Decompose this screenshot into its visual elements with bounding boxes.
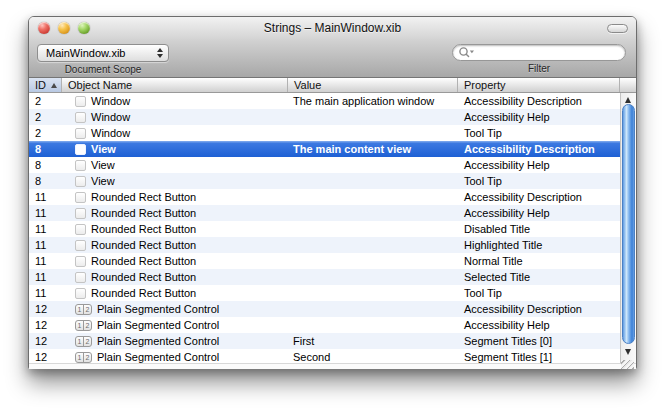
- cell-id: 11: [29, 285, 62, 301]
- column-header-property[interactable]: Property: [458, 78, 620, 92]
- cell-object-name: Rounded Rect Button: [62, 189, 288, 205]
- table-rows: 2 Window The main application window Acc…: [29, 93, 620, 363]
- table-row[interactable]: 12 12 Plain Segmented Control Second Seg…: [29, 349, 620, 363]
- cell-object-name: Rounded Rect Button: [62, 237, 288, 253]
- document-scope-group: MainWindow.xib Document Scope: [37, 44, 169, 75]
- cell-value: [288, 285, 458, 301]
- object-name-label: Rounded Rect Button: [91, 237, 196, 253]
- cell-object-name: 12 Plain Segmented Control: [62, 333, 288, 349]
- table-row[interactable]: 11 Rounded Rect Button Selected Title: [29, 269, 620, 285]
- title-bar[interactable]: Strings – MainWindow.xib: [29, 17, 636, 39]
- column-header-filler: [620, 78, 636, 92]
- filter-search-field[interactable]: [452, 44, 626, 61]
- cell-id: 8: [29, 173, 62, 189]
- table-row[interactable]: 11 Rounded Rect Button Normal Title: [29, 253, 620, 269]
- cell-property: Accessibility Description: [458, 301, 620, 317]
- cell-value: [288, 205, 458, 221]
- view-icon: [75, 144, 86, 155]
- resize-grip-icon[interactable]: [621, 360, 634, 369]
- cell-id: 2: [29, 93, 62, 109]
- scroll-up-arrow-icon[interactable]: [625, 97, 631, 103]
- cell-property: Accessibility Help: [458, 157, 620, 173]
- cell-value: [288, 109, 458, 125]
- document-scope-label: Document Scope: [37, 64, 169, 75]
- search-icon: [458, 46, 475, 59]
- cell-id: 12: [29, 333, 62, 349]
- cell-id: 12: [29, 317, 62, 333]
- cell-id: 11: [29, 237, 62, 253]
- cell-object-name: Rounded Rect Button: [62, 285, 288, 301]
- cell-value: [288, 157, 458, 173]
- cell-property: Accessibility Description: [458, 189, 620, 205]
- table-row[interactable]: 11 Rounded Rect Button Highlighted Title: [29, 237, 620, 253]
- table-row[interactable]: 11 Rounded Rect Button Disabled Title: [29, 221, 620, 237]
- toolbar: MainWindow.xib Document Scope Filter: [29, 39, 636, 78]
- vertical-scrollbar[interactable]: [620, 93, 636, 363]
- cell-property: Highlighted Title: [458, 237, 620, 253]
- window-controls: [38, 22, 90, 34]
- table-row[interactable]: 8 View The main content view Accessibili…: [29, 141, 620, 157]
- scrollbar-thumb[interactable]: [622, 104, 635, 344]
- object-name-label: View: [91, 141, 116, 157]
- object-name-label: Rounded Rect Button: [91, 189, 196, 205]
- cell-object-name: Window: [62, 109, 288, 125]
- scroll-down-arrow-icon[interactable]: [625, 349, 631, 355]
- view-icon: [75, 112, 86, 123]
- cell-property: Accessibility Description: [458, 93, 620, 109]
- window-title: Strings – MainWindow.xib: [89, 21, 576, 35]
- cell-object-name: View: [62, 173, 288, 189]
- close-button[interactable]: [38, 22, 50, 34]
- object-name-label: Plain Segmented Control: [97, 301, 219, 317]
- cell-property: Accessibility Help: [458, 205, 620, 221]
- column-header-value[interactable]: Value: [288, 78, 458, 92]
- table-row[interactable]: 8 View Tool Tip: [29, 173, 620, 189]
- object-name-label: View: [91, 157, 115, 173]
- segmented-control-icon: 12: [75, 336, 92, 347]
- column-header-id[interactable]: ID: [29, 78, 62, 92]
- minimize-button[interactable]: [58, 22, 70, 34]
- filter-label: Filter: [452, 63, 626, 74]
- cell-property: Selected Title: [458, 269, 620, 285]
- cell-id: 11: [29, 269, 62, 285]
- table-row[interactable]: 8 View Accessibility Help: [29, 157, 620, 173]
- table-row[interactable]: 11 Rounded Rect Button Accessibility Hel…: [29, 205, 620, 221]
- cell-id: 11: [29, 189, 62, 205]
- column-header-object-name[interactable]: Object Name: [62, 78, 288, 92]
- table-row[interactable]: 11 Rounded Rect Button Accessibility Des…: [29, 189, 620, 205]
- cell-object-name: View: [62, 141, 288, 157]
- cell-property: Tool Tip: [458, 285, 620, 301]
- view-icon: [75, 176, 86, 187]
- document-scope-popup[interactable]: MainWindow.xib: [37, 44, 169, 62]
- toolbar-toggle-button[interactable]: [607, 24, 628, 33]
- filter-group: Filter: [452, 44, 626, 74]
- cell-object-name: Rounded Rect Button: [62, 253, 288, 269]
- sort-ascending-icon: [51, 83, 57, 88]
- cell-value: [288, 189, 458, 205]
- cell-property: Tool Tip: [458, 125, 620, 141]
- cell-id: 8: [29, 141, 62, 157]
- table-row[interactable]: 12 12 Plain Segmented Control First Segm…: [29, 333, 620, 349]
- table-row[interactable]: 12 12 Plain Segmented Control Accessibil…: [29, 317, 620, 333]
- bottom-strip: [29, 363, 636, 369]
- cell-object-name: 12 Plain Segmented Control: [62, 349, 288, 363]
- cell-value: [288, 269, 458, 285]
- table-row[interactable]: 2 Window The main application window Acc…: [29, 93, 620, 109]
- cell-property: Segment Titles [0]: [458, 333, 620, 349]
- object-name-label: Rounded Rect Button: [91, 285, 196, 301]
- cell-property: Normal Title: [458, 253, 620, 269]
- cell-value: Second: [288, 349, 458, 363]
- object-name-label: Rounded Rect Button: [91, 221, 196, 237]
- view-icon: [75, 96, 86, 107]
- filter-search-input[interactable]: [475, 47, 619, 59]
- object-name-label: Rounded Rect Button: [91, 253, 196, 269]
- cell-property: Disabled Title: [458, 221, 620, 237]
- segmented-control-icon: 12: [75, 304, 92, 315]
- object-name-label: Window: [91, 109, 130, 125]
- cell-property: Accessibility Help: [458, 317, 620, 333]
- table-row[interactable]: 2 Window Tool Tip: [29, 125, 620, 141]
- table-row[interactable]: 2 Window Accessibility Help: [29, 109, 620, 125]
- table-row[interactable]: 12 12 Plain Segmented Control Accessibil…: [29, 301, 620, 317]
- cell-object-name: Rounded Rect Button: [62, 221, 288, 237]
- table-row[interactable]: 11 Rounded Rect Button Tool Tip: [29, 285, 620, 301]
- view-icon: [75, 128, 86, 139]
